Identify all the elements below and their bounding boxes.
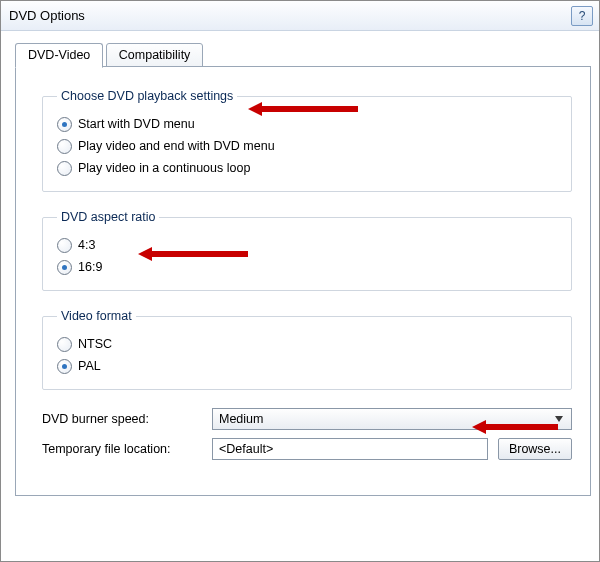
radio-format-ntsc[interactable]: NTSC xyxy=(57,333,557,355)
row-burner-speed: DVD burner speed: Medium xyxy=(42,408,572,430)
radio-label: NTSC xyxy=(78,337,112,351)
tab-label: Compatibility xyxy=(119,48,191,62)
burner-speed-combo[interactable]: Medium xyxy=(212,408,572,430)
radio-format-pal[interactable]: PAL xyxy=(57,355,557,377)
temp-location-label: Temporary file location: xyxy=(42,442,202,456)
client-area: DVD-Video Compatibility Choose DVD playb… xyxy=(1,31,599,561)
group-legend: DVD aspect ratio xyxy=(57,210,159,224)
group-legend: Choose DVD playback settings xyxy=(57,89,237,103)
radio-label: Play video in a continuous loop xyxy=(78,161,250,175)
radio-label: 4:3 xyxy=(78,238,95,252)
chevron-down-icon xyxy=(551,410,567,428)
radio-label: Start with DVD menu xyxy=(78,117,195,131)
radio-icon xyxy=(57,117,72,132)
tab-dvd-video[interactable]: DVD-Video xyxy=(15,43,103,68)
radio-start-with-menu[interactable]: Start with DVD menu xyxy=(57,113,557,135)
radio-label: Play video and end with DVD menu xyxy=(78,139,275,153)
radio-icon xyxy=(57,337,72,352)
group-aspect-ratio: DVD aspect ratio 4:3 16:9 xyxy=(42,210,572,291)
radio-icon xyxy=(57,359,72,374)
radio-aspect-16-9[interactable]: 16:9 xyxy=(57,256,557,278)
tabpanel-dvd-video: Choose DVD playback settings Start with … xyxy=(15,66,591,496)
group-playback-settings: Choose DVD playback settings Start with … xyxy=(42,89,572,192)
temp-location-input[interactable] xyxy=(212,438,488,460)
radio-play-end-with-menu[interactable]: Play video and end with DVD menu xyxy=(57,135,557,157)
help-icon: ? xyxy=(579,9,586,23)
radio-aspect-4-3[interactable]: 4:3 xyxy=(57,234,557,256)
tab-compatibility[interactable]: Compatibility xyxy=(106,43,204,68)
radio-icon xyxy=(57,139,72,154)
tabstrip: DVD-Video Compatibility xyxy=(15,43,599,67)
group-video-format: Video format NTSC PAL xyxy=(42,309,572,390)
radio-play-continuous-loop[interactable]: Play video in a continuous loop xyxy=(57,157,557,179)
radio-icon xyxy=(57,260,72,275)
group-legend: Video format xyxy=(57,309,136,323)
window-title: DVD Options xyxy=(9,8,571,23)
button-label: Browse... xyxy=(509,442,561,456)
tab-label: DVD-Video xyxy=(28,48,90,62)
browse-button[interactable]: Browse... xyxy=(498,438,572,460)
titlebar: DVD Options ? xyxy=(1,1,599,31)
dvd-options-dialog: DVD Options ? DVD-Video Compatibility Ch… xyxy=(0,0,600,562)
radio-icon xyxy=(57,161,72,176)
combo-value: Medium xyxy=(219,412,551,426)
radio-label: 16:9 xyxy=(78,260,102,274)
row-temp-location: Temporary file location: Browse... xyxy=(42,438,572,460)
radio-icon xyxy=(57,238,72,253)
burner-speed-label: DVD burner speed: xyxy=(42,412,202,426)
help-button[interactable]: ? xyxy=(571,6,593,26)
radio-label: PAL xyxy=(78,359,101,373)
